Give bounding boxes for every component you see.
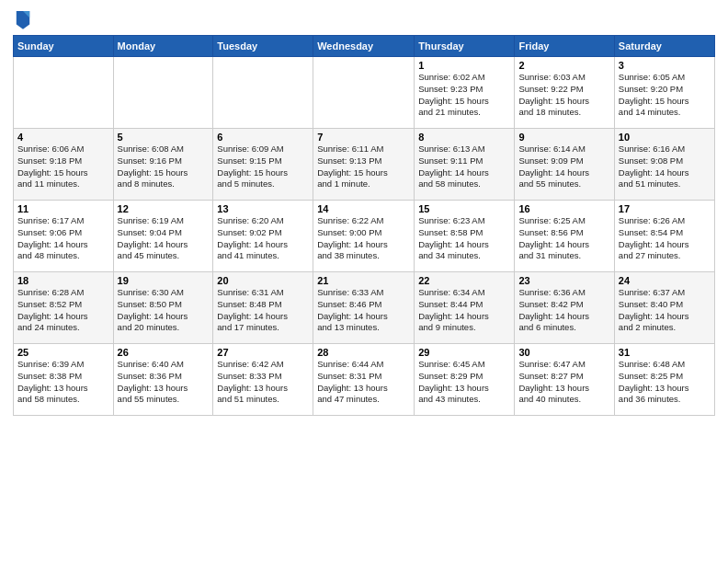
calendar-cell: 19Sunrise: 6:30 AM Sunset: 8:50 PM Dayli… — [113, 272, 213, 344]
day-number: 9 — [518, 132, 609, 143]
calendar-cell: 12Sunrise: 6:19 AM Sunset: 9:04 PM Dayli… — [113, 201, 213, 272]
day-info: Sunrise: 6:44 AM Sunset: 8:31 PM Dayligh… — [317, 359, 410, 406]
day-number: 1 — [418, 60, 510, 71]
day-info: Sunrise: 6:28 AM Sunset: 8:52 PM Dayligh… — [17, 287, 109, 334]
day-info: Sunrise: 6:22 AM Sunset: 9:00 PM Dayligh… — [317, 215, 410, 262]
calendar-cell: 6Sunrise: 6:09 AM Sunset: 9:15 PM Daylig… — [213, 129, 313, 201]
calendar-cell — [113, 57, 213, 129]
day-number: 8 — [418, 132, 510, 143]
calendar-cell: 18Sunrise: 6:28 AM Sunset: 8:52 PM Dayli… — [14, 272, 114, 344]
day-info: Sunrise: 6:30 AM Sunset: 8:50 PM Dayligh… — [118, 287, 210, 334]
calendar-cell — [213, 57, 313, 129]
calendar-cell: 2Sunrise: 6:03 AM Sunset: 9:22 PM Daylig… — [515, 57, 614, 129]
calendar-cell: 29Sunrise: 6:45 AM Sunset: 8:29 PM Dayli… — [415, 344, 515, 416]
week-row-4: 25Sunrise: 6:39 AM Sunset: 8:38 PM Dayli… — [14, 344, 715, 416]
calendar-cell: 14Sunrise: 6:22 AM Sunset: 9:00 PM Dayli… — [313, 201, 415, 272]
day-number: 3 — [619, 60, 711, 71]
calendar-cell: 22Sunrise: 6:34 AM Sunset: 8:44 PM Dayli… — [415, 272, 515, 344]
calendar-cell: 7Sunrise: 6:11 AM Sunset: 9:13 PM Daylig… — [313, 129, 415, 201]
day-number: 29 — [418, 347, 510, 358]
day-info: Sunrise: 6:42 AM Sunset: 8:33 PM Dayligh… — [217, 359, 309, 406]
day-header-friday: Friday — [515, 36, 614, 57]
day-info: Sunrise: 6:20 AM Sunset: 9:02 PM Dayligh… — [217, 215, 309, 262]
day-info: Sunrise: 6:14 AM Sunset: 9:09 PM Dayligh… — [518, 144, 609, 190]
day-info: Sunrise: 6:48 AM Sunset: 8:25 PM Dayligh… — [619, 359, 711, 406]
day-info: Sunrise: 6:45 AM Sunset: 8:29 PM Dayligh… — [418, 359, 510, 406]
day-number: 19 — [118, 275, 210, 286]
day-info: Sunrise: 6:17 AM Sunset: 9:06 PM Dayligh… — [17, 215, 109, 262]
page: SundayMondayTuesdayWednesdayThursdayFrid… — [0, 0, 728, 563]
day-info: Sunrise: 6:36 AM Sunset: 8:42 PM Dayligh… — [518, 287, 609, 334]
day-number: 21 — [317, 275, 410, 286]
calendar-table: SundayMondayTuesdayWednesdayThursdayFrid… — [13, 35, 715, 416]
calendar-cell: 27Sunrise: 6:42 AM Sunset: 8:33 PM Dayli… — [213, 344, 313, 416]
calendar-cell — [313, 57, 415, 129]
day-number: 7 — [317, 132, 410, 143]
day-info: Sunrise: 6:31 AM Sunset: 8:48 PM Dayligh… — [217, 287, 309, 334]
calendar-cell: 25Sunrise: 6:39 AM Sunset: 8:38 PM Dayli… — [14, 344, 114, 416]
day-number: 20 — [217, 275, 309, 286]
day-info: Sunrise: 6:37 AM Sunset: 8:40 PM Dayligh… — [619, 287, 711, 334]
day-number: 12 — [118, 203, 210, 214]
calendar-cell: 23Sunrise: 6:36 AM Sunset: 8:42 PM Dayli… — [515, 272, 614, 344]
day-number: 11 — [17, 203, 109, 214]
day-number: 18 — [17, 275, 109, 286]
day-info: Sunrise: 6:23 AM Sunset: 8:58 PM Dayligh… — [418, 215, 510, 262]
day-info: Sunrise: 6:09 AM Sunset: 9:15 PM Dayligh… — [217, 144, 309, 190]
calendar-cell: 1Sunrise: 6:02 AM Sunset: 9:23 PM Daylig… — [415, 57, 515, 129]
day-info: Sunrise: 6:25 AM Sunset: 8:56 PM Dayligh… — [518, 215, 609, 262]
calendar-cell: 30Sunrise: 6:47 AM Sunset: 8:27 PM Dayli… — [515, 344, 614, 416]
day-number: 22 — [418, 275, 510, 286]
day-number: 13 — [217, 203, 309, 214]
week-row-2: 11Sunrise: 6:17 AM Sunset: 9:06 PM Dayli… — [14, 201, 715, 272]
day-info: Sunrise: 6:05 AM Sunset: 9:20 PM Dayligh… — [619, 72, 711, 119]
day-info: Sunrise: 6:39 AM Sunset: 8:38 PM Dayligh… — [17, 359, 109, 406]
calendar-cell: 3Sunrise: 6:05 AM Sunset: 9:20 PM Daylig… — [614, 57, 714, 129]
calendar-cell: 4Sunrise: 6:06 AM Sunset: 9:18 PM Daylig… — [14, 129, 114, 201]
day-header-sunday: Sunday — [14, 36, 114, 57]
calendar-cell: 24Sunrise: 6:37 AM Sunset: 8:40 PM Dayli… — [614, 272, 714, 344]
day-info: Sunrise: 6:06 AM Sunset: 9:18 PM Dayligh… — [17, 144, 109, 190]
day-number: 31 — [619, 347, 711, 358]
day-info: Sunrise: 6:08 AM Sunset: 9:16 PM Dayligh… — [118, 144, 210, 190]
day-info: Sunrise: 6:34 AM Sunset: 8:44 PM Dayligh… — [418, 287, 510, 334]
header-area — [13, 9, 715, 29]
day-info: Sunrise: 6:13 AM Sunset: 9:11 PM Dayligh… — [418, 144, 510, 190]
calendar-cell: 8Sunrise: 6:13 AM Sunset: 9:11 PM Daylig… — [415, 129, 515, 201]
logo — [13, 13, 31, 29]
day-info: Sunrise: 6:16 AM Sunset: 9:08 PM Dayligh… — [619, 144, 711, 190]
day-number: 14 — [317, 203, 410, 214]
day-number: 30 — [518, 347, 609, 358]
day-info: Sunrise: 6:19 AM Sunset: 9:04 PM Dayligh… — [118, 215, 210, 262]
day-info: Sunrise: 6:02 AM Sunset: 9:23 PM Dayligh… — [418, 72, 510, 119]
calendar-cell: 13Sunrise: 6:20 AM Sunset: 9:02 PM Dayli… — [213, 201, 313, 272]
day-number: 24 — [619, 275, 711, 286]
day-info: Sunrise: 6:26 AM Sunset: 8:54 PM Dayligh… — [619, 215, 711, 262]
day-info: Sunrise: 6:11 AM Sunset: 9:13 PM Dayligh… — [317, 144, 410, 190]
logo-icon — [15, 9, 31, 29]
day-number: 5 — [118, 132, 210, 143]
week-row-0: 1Sunrise: 6:02 AM Sunset: 9:23 PM Daylig… — [14, 57, 715, 129]
calendar-cell: 9Sunrise: 6:14 AM Sunset: 9:09 PM Daylig… — [515, 129, 614, 201]
calendar-cell: 26Sunrise: 6:40 AM Sunset: 8:36 PM Dayli… — [113, 344, 213, 416]
calendar-cell: 31Sunrise: 6:48 AM Sunset: 8:25 PM Dayli… — [614, 344, 714, 416]
week-row-3: 18Sunrise: 6:28 AM Sunset: 8:52 PM Dayli… — [14, 272, 715, 344]
day-header-monday: Monday — [113, 36, 213, 57]
day-info: Sunrise: 6:47 AM Sunset: 8:27 PM Dayligh… — [518, 359, 609, 406]
calendar-cell: 28Sunrise: 6:44 AM Sunset: 8:31 PM Dayli… — [313, 344, 415, 416]
day-info: Sunrise: 6:40 AM Sunset: 8:36 PM Dayligh… — [118, 359, 210, 406]
calendar-cell: 17Sunrise: 6:26 AM Sunset: 8:54 PM Dayli… — [614, 201, 714, 272]
day-number: 28 — [317, 347, 410, 358]
calendar-cell: 10Sunrise: 6:16 AM Sunset: 9:08 PM Dayli… — [614, 129, 714, 201]
day-header-tuesday: Tuesday — [213, 36, 313, 57]
day-number: 27 — [217, 347, 309, 358]
day-header-wednesday: Wednesday — [313, 36, 415, 57]
day-number: 25 — [17, 347, 109, 358]
day-number: 10 — [619, 132, 711, 143]
day-number: 23 — [518, 275, 609, 286]
calendar-cell: 15Sunrise: 6:23 AM Sunset: 8:58 PM Dayli… — [415, 201, 515, 272]
day-number: 17 — [619, 203, 711, 214]
calendar-cell: 21Sunrise: 6:33 AM Sunset: 8:46 PM Dayli… — [313, 272, 415, 344]
day-number: 2 — [518, 60, 609, 71]
day-number: 16 — [518, 203, 609, 214]
